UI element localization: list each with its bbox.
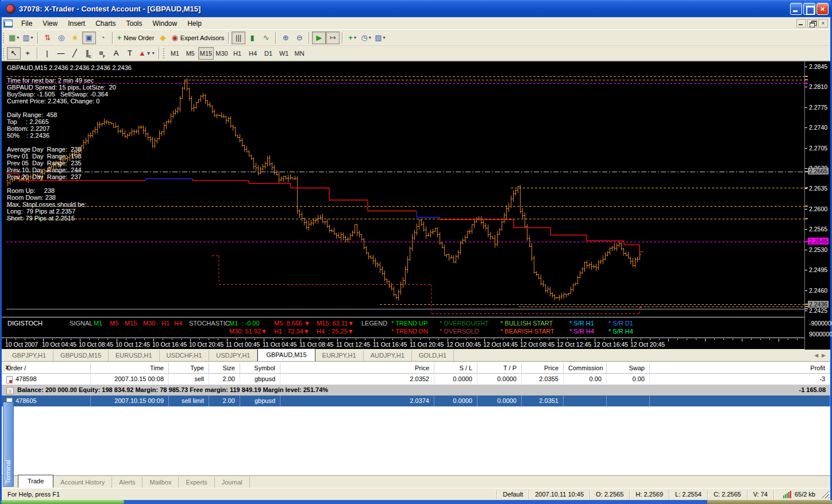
menu-item-insert[interactable]: Insert (63, 18, 90, 29)
column-header-symbol[interactable]: Symbol (240, 363, 280, 374)
arrows-button[interactable]: ▲▼▾ (137, 47, 156, 60)
tab-scroll-left-icon[interactable]: ◀ (814, 352, 818, 358)
column-header-price[interactable]: Price (522, 363, 564, 374)
column-header-t-p[interactable]: T / P (477, 363, 522, 374)
order-row-478605[interactable]: 4786052007.10.15 00:09sell limit2.00gbpu… (2, 396, 830, 406)
column-header-swap[interactable]: Swap (607, 363, 650, 374)
column-header-commission[interactable]: Commission (564, 363, 607, 374)
time-label: 12 Oct 20:45 (630, 341, 665, 348)
menu-item-help[interactable]: Help (182, 18, 207, 29)
column-header-s-l[interactable]: S / L (434, 363, 477, 374)
chart-tab-gold-h1[interactable]: GOLD,H1 (412, 350, 454, 361)
new-chart-button[interactable]: ▦▾ (7, 32, 21, 44)
metaeditor-button[interactable]: ◆ (156, 32, 170, 44)
profiles-button[interactable]: ▥▾ (21, 32, 34, 44)
strategy-tester-button[interactable]: ◔ (96, 32, 110, 44)
menu-item-view[interactable]: View (37, 18, 63, 29)
timeframe-mn-button[interactable]: MN (292, 47, 307, 60)
subwindow-separator[interactable] (2, 317, 804, 317)
menu-item-window[interactable]: Window (148, 18, 183, 29)
horizontal-line-button[interactable]: — (54, 47, 68, 60)
terminal-tab-account-history[interactable]: Account History (53, 477, 112, 488)
text-label-button[interactable]: T (123, 47, 137, 60)
terminal-tab-mailbox[interactable]: Mailbox (142, 477, 179, 488)
chart-tab-gbpjpy-h1[interactable]: GBPJPY,H1 (5, 350, 53, 361)
crosshair-button[interactable]: + (21, 47, 34, 60)
terminal-side-strip[interactable]: Terminal (3, 402, 14, 487)
terminal-tab-alerts[interactable]: Alerts (112, 477, 142, 488)
vertical-line-button[interactable]: | (40, 47, 54, 60)
cursor-button[interactable]: ↖ (7, 47, 21, 60)
equidistant-channel-button[interactable]: ∥E (82, 47, 95, 60)
mdi-close-button[interactable]: × (818, 19, 828, 28)
navigator-button[interactable]: ★ (68, 32, 82, 44)
chart-tab-usdchf-h1[interactable]: USDCHF,H1 (160, 350, 210, 361)
text-button[interactable]: A (109, 47, 123, 60)
chart-tab-gbpaud-m15[interactable]: GBPAUD,M15 (257, 348, 315, 361)
terminal-tab-experts[interactable]: Experts (179, 477, 214, 488)
maximize-button[interactable] (803, 3, 815, 15)
market-watch-button[interactable]: ⇅ (41, 32, 55, 44)
timeframe-h1-button[interactable]: H1 (230, 47, 245, 60)
timeframe-m1-button[interactable]: M1 (167, 47, 183, 60)
terminal-tab-journal[interactable]: Journal (215, 477, 250, 488)
column-header-type[interactable]: Type (169, 363, 209, 374)
zoom-out-button[interactable]: ⊖ (292, 32, 306, 44)
chart-shift-button[interactable]: ↦ (326, 32, 340, 44)
timeframe-m5-button[interactable]: M5 (183, 47, 198, 60)
new-order-button[interactable]: +New Order (115, 32, 156, 44)
mdi-restore-button[interactable] (807, 19, 817, 28)
chart-tab-gbpusd-m15[interactable]: GBPUSD,M15 (53, 350, 109, 361)
chart-window[interactable]: GBPAUD,M15 2.2436 2.2436 2.2436 2.2436 T… (2, 61, 830, 349)
menu-item-charts[interactable]: Charts (90, 18, 121, 29)
column-header-profit[interactable]: Profit (650, 363, 830, 374)
timeframe-m15-button[interactable]: M15 (198, 47, 214, 60)
time-label: 11 Oct 16:45 (373, 341, 407, 348)
column-header-size[interactable]: Size (209, 363, 240, 374)
menu-item-file[interactable]: File (16, 18, 37, 29)
order-row-478598[interactable]: 4785982007.10.15 00:08sell2.00gbpusd2.03… (2, 374, 830, 385)
column-header-time[interactable]: Time (91, 363, 169, 374)
minimize-button[interactable] (790, 3, 802, 15)
bar-chart-button[interactable]: ||| (232, 32, 245, 44)
chart-tab-audjpy-h1[interactable]: AUDJPY,H1 (364, 350, 412, 361)
price-label: 2.2845 (809, 63, 827, 70)
chart-tab-usdjpy-h1[interactable]: USDJPY,H1 (209, 350, 257, 361)
templates-button[interactable]: ▨▾ (373, 32, 387, 44)
resize-grip[interactable] (821, 490, 829, 498)
chart-tab-eurusd-h1[interactable]: EURUSD,H1 (109, 350, 160, 361)
expert-advisors-button[interactable]: ◉Expert Advisors (170, 32, 226, 44)
candlesticks-button[interactable]: ▮ (245, 32, 259, 44)
terminal-button[interactable]: ▣ (82, 32, 96, 44)
chart-window-icon[interactable] (3, 20, 13, 28)
periods-button[interactable]: ◷▾ (359, 32, 373, 44)
price-axis[interactable]: 2.28452.28102.27752.27402.27052.26702.26… (804, 61, 830, 350)
time-axis[interactable]: 10 Oct 200710 Oct 04:4510 Oct 08:4510 Oc… (2, 339, 804, 350)
time-tick (613, 339, 614, 340)
data-window-button[interactable]: ◎ (55, 32, 68, 44)
indicators-button[interactable]: +▾ (345, 32, 359, 44)
time-tick (71, 339, 71, 340)
chart-tab-eurjpy-h1[interactable]: EURJPY,H1 (315, 350, 364, 361)
column-header-order[interactable]: Order / (2, 363, 91, 374)
column-header-price[interactable]: Price (280, 363, 434, 374)
indicator-info-line: Bottom: 2.2207 (7, 125, 116, 132)
timeframe-h4-button[interactable]: H4 (245, 47, 261, 60)
timeframe-w1-button[interactable]: W1 (276, 47, 292, 60)
terminal-tab-trade[interactable]: Trade (18, 475, 53, 488)
fibonacci-button[interactable]: ≡F (95, 47, 109, 60)
conn-bar (787, 493, 788, 498)
auto-scroll-button[interactable]: ▶ (312, 32, 326, 44)
timeframe-m30-button[interactable]: M30 (214, 47, 229, 60)
menu-item-tools[interactable]: Tools (121, 18, 148, 29)
trendline-button[interactable]: ╱ (68, 47, 82, 60)
mdi-minimize-button[interactable] (796, 19, 806, 28)
timeframe-d1-button[interactable]: D1 (261, 47, 276, 60)
tab-scroll-right-icon[interactable]: ▶ (822, 352, 826, 358)
line-chart-button[interactable]: ∿ (259, 32, 273, 44)
price-tick (805, 290, 807, 291)
close-button[interactable]: × (816, 3, 829, 15)
price-chart[interactable] (2, 63, 804, 317)
zoom-in-button[interactable]: ⊕ (279, 32, 292, 44)
balance-row[interactable]: ↓Balance: 200 000.00 Equity: 198 834.92 … (2, 385, 830, 396)
